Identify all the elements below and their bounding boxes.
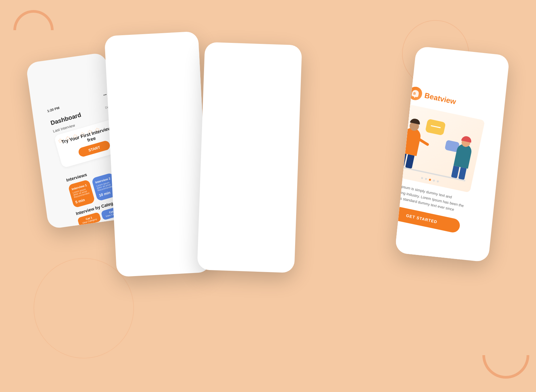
beatview-logo-icon: B [407, 85, 423, 101]
phone-analytics: ‹ Analytics ‹ Job interview 01. What are… [104, 31, 210, 277]
back-button[interactable]: ‹ [200, 55, 203, 63]
screen-overlay [197, 42, 302, 273]
phones-wrapper: 1:20 PM ▪▪▪ ⌾ 🔋 30 C Dashboard Details →… [17, 17, 519, 375]
beatview-logo-text: Beatview [424, 91, 457, 106]
signal-icon: ▪▪▪ [103, 92, 107, 96]
phone-articles: ‹ Articles The Article Page All [197, 42, 302, 273]
phone-beatview: B Beatview [395, 46, 510, 262]
